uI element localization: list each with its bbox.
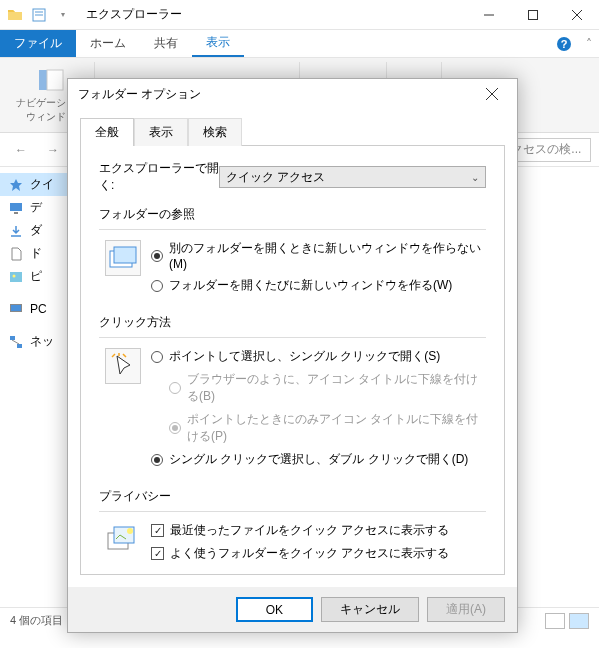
- browse-folders-fieldset: フォルダーの参照 別のフォルダーを開くときに新しいウィンドウを作らない(M) フ…: [99, 206, 486, 300]
- document-icon: [8, 246, 24, 262]
- tab-view[interactable]: 表示: [134, 118, 188, 146]
- open-with-select[interactable]: クイック アクセス ⌄: [219, 166, 486, 188]
- dialog-title: フォルダー オプション: [78, 86, 201, 103]
- ok-button[interactable]: OK: [236, 597, 313, 622]
- properties-icon[interactable]: [28, 4, 50, 26]
- folder-icon[interactable]: [4, 4, 26, 26]
- network-icon: [8, 334, 24, 350]
- click-icon: [105, 348, 141, 384]
- checkbox-recent-files[interactable]: 最近使ったファイルをクイック アクセスに表示する: [151, 522, 486, 539]
- click-fieldset: クリック方法 ポイントして選択し、シングル クリックで開く(S) ブラウザーのよ…: [99, 314, 486, 474]
- svg-rect-29: [10, 272, 22, 282]
- pc-icon: [8, 301, 24, 317]
- browse-folders-legend: フォルダーの参照: [99, 206, 486, 223]
- svg-rect-9: [39, 70, 47, 90]
- menu-view[interactable]: 表示: [192, 30, 244, 57]
- radio-icon: [151, 280, 163, 292]
- maximize-button[interactable]: [511, 0, 555, 30]
- star-icon: [8, 177, 24, 193]
- svg-line-40: [112, 354, 115, 357]
- navigation-pane-button[interactable]: [37, 66, 65, 94]
- svg-text:?: ?: [561, 38, 568, 50]
- item-count: 4 個の項目: [10, 613, 63, 628]
- radio-double-click[interactable]: シングル クリックで選択し、ダブル クリックで開く(D): [151, 451, 486, 468]
- radio-underline-hover: ポイントしたときにのみアイコン タイトルに下線を付ける(P): [151, 411, 486, 445]
- radio-icon: [151, 250, 163, 262]
- svg-point-30: [13, 274, 16, 277]
- checkbox-frequent-folders[interactable]: よく使うフォルダーをクイック アクセスに表示する: [151, 545, 486, 562]
- tab-general[interactable]: 全般: [80, 118, 134, 146]
- forward-button[interactable]: →: [40, 137, 66, 163]
- icons-view-button[interactable]: [569, 613, 589, 629]
- svg-rect-34: [17, 344, 22, 348]
- radio-icon: [169, 382, 181, 394]
- radio-new-window[interactable]: フォルダーを開くたびに新しいウィンドウを作る(W): [151, 277, 486, 294]
- titlebar: ▾ エクスプローラー: [0, 0, 599, 30]
- ribbon-toggle-icon[interactable]: ˄: [579, 30, 599, 57]
- details-view-button[interactable]: [545, 613, 565, 629]
- window-buttons: [467, 0, 599, 30]
- privacy-fieldset: プライバシー 最近使ったファイルをクイック アクセスに表示する よく使うフォルダ…: [99, 488, 486, 575]
- svg-rect-32: [11, 305, 21, 311]
- quick-access-toolbar: ▾: [0, 4, 78, 26]
- qat-dropdown-icon[interactable]: ▾: [52, 4, 74, 26]
- checkbox-icon: [151, 524, 164, 537]
- checkbox-icon: [151, 547, 164, 560]
- app-title: エクスプローラー: [86, 6, 467, 23]
- svg-marker-26: [10, 179, 22, 191]
- svg-rect-28: [14, 212, 18, 214]
- menu-file[interactable]: ファイル: [0, 30, 76, 57]
- dialog-titlebar: フォルダー オプション: [68, 79, 517, 109]
- desktop-icon: [8, 200, 24, 216]
- cancel-button[interactable]: キャンセル: [321, 597, 419, 622]
- menu-home[interactable]: ホーム: [76, 30, 140, 57]
- minimize-button[interactable]: [467, 0, 511, 30]
- dialog-footer: OK キャンセル 適用(A): [68, 587, 517, 632]
- radio-icon: [151, 454, 163, 466]
- download-icon: [8, 223, 24, 239]
- radio-single-click[interactable]: ポイントして選択し、シングル クリックで開く(S): [151, 348, 486, 365]
- tab-search[interactable]: 検索: [188, 118, 242, 146]
- picture-icon: [8, 269, 24, 285]
- svg-rect-39: [114, 247, 136, 263]
- privacy-legend: プライバシー: [99, 488, 486, 505]
- chevron-down-icon: ⌄: [471, 172, 479, 183]
- radio-icon: [151, 351, 163, 363]
- svg-rect-33: [10, 336, 15, 340]
- dialog-body: エクスプローラーで開く: クイック アクセス ⌄ フォルダーの参照 別のフォルダ…: [80, 145, 505, 575]
- svg-rect-4: [529, 10, 538, 19]
- dialog-close-button[interactable]: [477, 79, 507, 109]
- help-icon[interactable]: ?: [549, 30, 579, 57]
- apply-button[interactable]: 適用(A): [427, 597, 505, 622]
- svg-rect-10: [47, 70, 63, 90]
- close-button[interactable]: [555, 0, 599, 30]
- folder-options-dialog: フォルダー オプション 全般 表示 検索 エクスプローラーで開く: クイック ア…: [67, 78, 518, 633]
- dialog-tabs: 全般 表示 検索: [68, 109, 517, 145]
- svg-line-42: [123, 354, 126, 357]
- svg-line-35: [12, 340, 19, 344]
- back-button[interactable]: ←: [8, 137, 34, 163]
- menu-share[interactable]: 共有: [140, 30, 192, 57]
- open-with-label: エクスプローラーで開く:: [99, 160, 219, 194]
- radio-same-window[interactable]: 別のフォルダーを開くときに新しいウィンドウを作らない(M): [151, 240, 486, 271]
- browse-folders-icon: [105, 240, 141, 276]
- menu-bar: ファイル ホーム 共有 表示 ? ˄: [0, 30, 599, 58]
- privacy-icon: [105, 522, 141, 558]
- click-legend: クリック方法: [99, 314, 486, 331]
- radio-underline-browser: ブラウザーのように、アイコン タイトルに下線を付ける(B): [151, 371, 486, 405]
- radio-icon: [169, 422, 181, 434]
- svg-point-45: [127, 528, 133, 534]
- svg-rect-27: [10, 203, 22, 211]
